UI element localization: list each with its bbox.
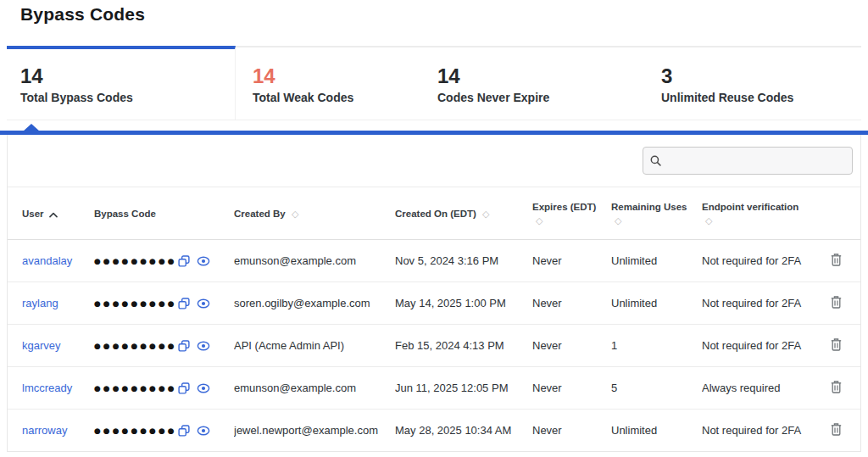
column-header-created-on[interactable]: Created On (EDT) ◇ [395,187,532,240]
copy-code-button[interactable] [178,298,190,309]
remaining-uses-cell: Unlimited [611,410,702,452]
delete-code-button[interactable] [831,381,842,393]
sort-icon: ◇ [615,215,621,226]
sort-icon: ◇ [705,215,712,226]
bypass-code-cell: ●●●●●●●●● [94,382,225,394]
active-tab-notch [23,124,40,131]
remaining-uses-cell: 5 [611,367,702,410]
user-link[interactable]: raylang [22,297,58,309]
endpoint-verification-cell: Not required for 2FA [702,325,821,367]
stat-label: Unlimited Reuse Codes [661,91,853,104]
bypass-codes-table: User Bypass Code Created By ◇ Created On… [8,187,860,452]
created-on-cell: Jun 11, 2025 12:05 PM [395,367,532,410]
column-header-actions [821,187,860,240]
sort-ascending-icon [49,212,58,218]
stat-label: Total Weak Codes [253,91,412,104]
column-label: Bypass Code [94,209,156,219]
column-header-bypass-code[interactable]: Bypass Code [94,187,234,240]
column-label: Expires (EDT) [532,202,596,212]
table-row: raylang ●●●●●●●●● [8,282,860,325]
reveal-code-button[interactable] [197,383,210,393]
table-header-row: User Bypass Code Created By ◇ Created On… [8,187,860,240]
search-icon [650,155,661,166]
stats-strip: 14 Total Bypass Codes 14 Total Weak Code… [7,46,861,120]
created-on-cell: May 14, 2025 1:00 PM [395,282,532,325]
endpoint-verification-cell: Not required for 2FA [702,410,821,452]
trash-icon [831,254,842,266]
bypass-codes-panel: User Bypass Code Created By ◇ Created On… [7,135,861,452]
created-on-cell: Nov 5, 2024 3:16 PM [395,240,532,282]
column-label: Remaining Uses [611,202,687,212]
search-input[interactable] [666,154,845,167]
created-by-cell: jewel.newport@example.com [234,410,395,452]
created-on-cell: Feb 15, 2024 4:13 PM [395,325,532,367]
user-link[interactable]: avandalay [22,254,72,267]
stat-codes-never-expire[interactable]: 14 Codes Never Expire [420,46,644,120]
expires-cell: Never [532,325,611,367]
stat-value: 3 [661,64,853,88]
eye-icon [197,256,210,266]
reveal-code-button[interactable] [197,341,210,351]
copy-icon [178,382,190,394]
created-by-cell: emunson@example.com [234,240,395,282]
copy-code-button[interactable] [178,255,190,267]
search-box[interactable] [643,147,853,175]
copy-code-button[interactable] [178,425,190,437]
stat-value: 14 [437,64,636,88]
table-row: kgarvey ●●●●●●●●● [8,325,860,367]
masked-code: ●●●●●●●●● [94,299,177,308]
copy-code-button[interactable] [178,340,190,352]
column-header-expires[interactable]: Expires (EDT) ◇ [532,187,611,240]
stat-label: Codes Never Expire [437,91,636,104]
table-row: avandalay ●●●●●●●●● [8,240,860,282]
eye-icon [197,341,210,351]
stat-label: Total Bypass Codes [20,91,226,104]
endpoint-verification-cell: Not required for 2FA [702,282,821,325]
page-title: Bypass Codes [20,4,868,25]
user-link[interactable]: narroway [22,424,67,437]
reveal-code-button[interactable] [197,426,210,436]
masked-code: ●●●●●●●●● [94,342,177,350]
delete-code-button[interactable] [831,423,842,436]
sort-icon: ◇ [536,215,542,226]
created-on-cell: May 28, 2025 10:34 AM [395,410,532,452]
column-header-endpoint-verification[interactable]: Endpoint verification ◇ [702,187,821,240]
reveal-code-button[interactable] [197,256,210,266]
table-row: lmccready ●●●●●●●●● [8,367,860,410]
eye-icon [197,383,210,393]
bypass-codes-page: Bypass Codes 14 Total Bypass Codes 14 To… [0,4,868,457]
delete-code-button[interactable] [831,296,842,309]
expires-cell: Never [532,410,611,452]
remaining-uses-cell: Unlimited [611,282,702,325]
user-link[interactable]: kgarvey [22,339,61,352]
column-header-remaining-uses[interactable]: Remaining Uses ◇ [611,187,702,240]
copy-icon [178,425,190,437]
column-header-created-by[interactable]: Created By ◇ [234,187,395,240]
masked-code: ●●●●●●●●● [94,257,177,265]
stat-total-weak-codes[interactable]: 14 Total Weak Codes [236,46,420,120]
created-by-cell: emunson@example.com [234,367,395,410]
stat-unlimited-reuse-codes[interactable]: 3 Unlimited Reuse Codes [644,46,861,120]
stat-total-bypass-codes[interactable]: 14 Total Bypass Codes [7,46,236,120]
trash-icon [831,338,842,351]
copy-code-button[interactable] [178,382,190,394]
sort-icon: ◇ [482,209,489,219]
copy-icon [178,340,190,352]
masked-code: ●●●●●●●●● [94,426,177,435]
column-label: Endpoint verification [702,202,798,212]
bypass-code-cell: ●●●●●●●●● [94,425,225,437]
copy-icon [178,255,190,267]
endpoint-verification-cell: Not required for 2FA [702,240,821,282]
column-label: User [22,209,44,219]
copy-icon [178,298,190,309]
trash-icon [831,423,842,436]
column-header-user[interactable]: User [8,187,94,240]
user-link[interactable]: lmccready [22,382,72,394]
column-label: Created By [234,209,286,219]
endpoint-verification-cell: Always required [702,367,821,410]
delete-code-button[interactable] [831,254,842,266]
eye-icon [197,298,210,309]
reveal-code-button[interactable] [197,298,210,309]
delete-code-button[interactable] [831,338,842,351]
eye-icon [197,426,210,436]
